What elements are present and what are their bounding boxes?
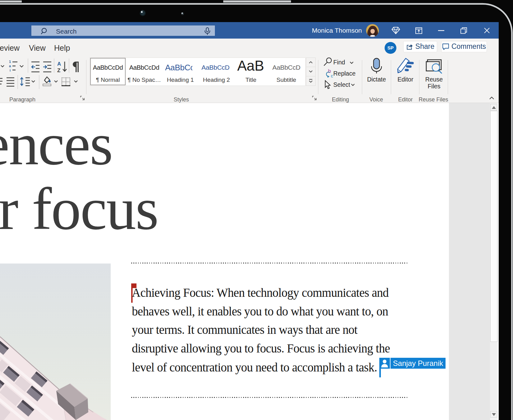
svg-text:i: i bbox=[10, 68, 11, 72]
svg-text:a: a bbox=[9, 64, 11, 68]
svg-text:A: A bbox=[57, 61, 61, 67]
svg-text:c: c bbox=[331, 73, 333, 78]
svg-text:1: 1 bbox=[9, 60, 11, 63]
svg-text:Z: Z bbox=[57, 68, 60, 73]
